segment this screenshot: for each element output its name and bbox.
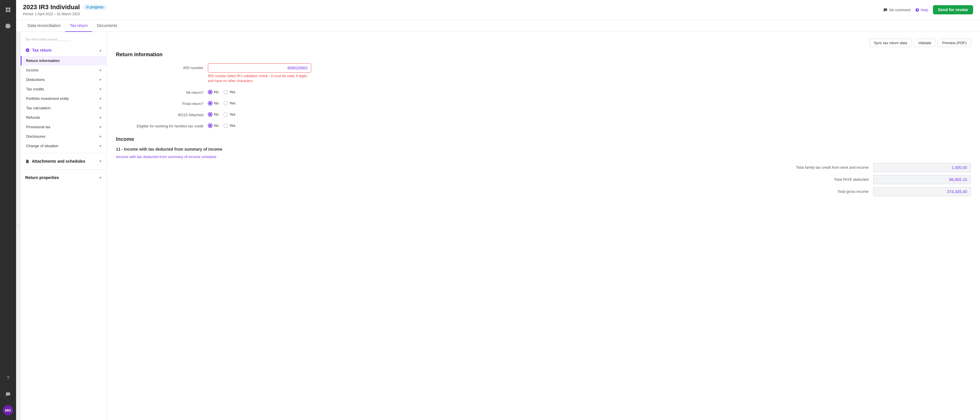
nil-return-yes-radio[interactable] xyxy=(223,90,228,94)
sync-data-button[interactable]: Sync tax return data xyxy=(869,39,912,47)
final-return-yes-radio[interactable] xyxy=(223,101,228,106)
final-return-radio-group: No Yes xyxy=(208,99,311,106)
tax-credits-chevron: ▼ xyxy=(99,87,102,91)
main-action-bar: Sync tax return data Validate Preview (P… xyxy=(116,39,971,47)
top-header: 2023 IR3 Individual In progress Period: … xyxy=(16,0,980,20)
nav-refunds[interactable]: Refunds ▼ xyxy=(21,113,107,122)
divider-2 xyxy=(21,169,107,170)
ir215-label: IR215 Attached xyxy=(116,111,208,117)
working-families-no-radio[interactable] xyxy=(208,124,213,128)
no-comment-button[interactable]: No comment xyxy=(883,8,910,12)
tax-calc-chevron: ▼ xyxy=(99,106,102,110)
final-return-no-radio[interactable] xyxy=(208,101,213,106)
preview-pdf-button[interactable]: Preview (PDF) xyxy=(938,39,971,47)
validate-button[interactable]: Validate xyxy=(914,39,935,47)
tab-tax-return[interactable]: Tax return xyxy=(65,20,92,32)
page-title: 2023 IR3 Individual xyxy=(23,3,80,11)
total-paye-input[interactable] xyxy=(873,175,971,184)
nav-return-information[interactable]: Return information xyxy=(21,56,107,65)
ird-number-row: IRD number IRD number failed IR's valida… xyxy=(116,63,971,84)
chat-icon[interactable] xyxy=(3,389,13,399)
attachments-title: Attachments and schedules xyxy=(32,159,85,163)
svg-rect-0 xyxy=(6,8,8,10)
income-heading: Income xyxy=(116,136,971,142)
nav-income[interactable]: Income ▼ xyxy=(21,65,107,75)
sync-status: Tax return data synced __ __ __ xyxy=(21,36,107,44)
nil-return-yes-label[interactable]: Yes xyxy=(223,90,235,94)
content-area: › Tax return data synced __ __ __ Tax re… xyxy=(16,32,980,420)
nav-provisional-tax[interactable]: Provisional tax ▼ xyxy=(21,122,107,132)
help-circle-icon[interactable]: ? xyxy=(3,373,13,383)
final-return-yes-label[interactable]: Yes xyxy=(223,101,235,106)
nil-return-label: Nil return? xyxy=(116,88,208,95)
document-icon xyxy=(25,159,30,163)
left-panel: Tax return data synced __ __ __ Tax retu… xyxy=(21,32,107,420)
ir215-yes-radio[interactable] xyxy=(223,112,228,117)
ir215-no-label[interactable]: No xyxy=(208,112,219,117)
total-paye-label: Total PAYE deducted xyxy=(116,177,873,182)
total-family-tax-field xyxy=(873,163,971,172)
prov-tax-chevron: ▼ xyxy=(99,125,102,129)
total-family-tax-input[interactable] xyxy=(873,163,971,172)
nil-return-no-radio[interactable] xyxy=(208,90,213,94)
header-title-row: 2023 IR3 Individual In progress xyxy=(23,3,106,11)
svg-rect-1 xyxy=(8,8,10,10)
ir215-radio-group: No Yes xyxy=(208,111,311,117)
sidebar-toggle[interactable]: › xyxy=(16,32,21,420)
total-gross-income-row: Total gross income xyxy=(116,187,971,196)
ird-error-message: IRD number failed IR's validation check … xyxy=(208,74,311,84)
total-family-tax-row: Total family tax credit from work and in… xyxy=(116,163,971,172)
return-properties-header[interactable]: Return properties ▼ xyxy=(21,172,107,183)
final-return-row: Final return? No Yes xyxy=(116,99,971,106)
total-gross-income-input[interactable] xyxy=(873,187,971,196)
working-families-no-label[interactable]: No xyxy=(208,124,219,128)
tax-return-section-header[interactable]: Tax return ▲ xyxy=(21,44,107,56)
nav-deductions[interactable]: Deductions ▼ xyxy=(21,75,107,84)
schedule-link[interactable]: Income with tax deducted from summary of… xyxy=(116,155,216,159)
refunds-chevron: ▼ xyxy=(99,116,102,119)
deductions-chevron: ▼ xyxy=(99,78,102,81)
total-gross-income-field xyxy=(873,187,971,196)
circle-check-icon xyxy=(25,48,30,52)
svg-rect-3 xyxy=(8,10,10,12)
nav-portfolio-investment[interactable]: Portfolio investment entity ▼ xyxy=(21,94,107,103)
return-properties-chevron: ▼ xyxy=(99,176,102,179)
ir215-no-radio[interactable] xyxy=(208,112,213,117)
nav-change-of-situation[interactable]: Change of situation ▼ xyxy=(21,141,107,151)
main-wrapper: 2023 IR3 Individual In progress Period: … xyxy=(16,0,980,420)
return-information-heading: Return information xyxy=(116,52,971,58)
grid-icon[interactable] xyxy=(3,5,13,15)
avatar[interactable]: MO xyxy=(3,405,13,415)
ird-number-input[interactable] xyxy=(208,63,311,73)
help-icon xyxy=(915,8,920,12)
settings-icon[interactable] xyxy=(3,21,13,31)
ird-number-label: IRD number xyxy=(116,63,208,70)
portfolio-chevron: ▼ xyxy=(99,97,102,100)
tab-documents[interactable]: Documents xyxy=(92,20,122,32)
tab-data-reconciliation[interactable]: Data reconciliation xyxy=(23,20,65,32)
total-gross-income-label: Total gross income xyxy=(116,189,873,193)
nil-return-no-label[interactable]: No xyxy=(208,90,219,94)
header-right: No comment Help Send for review xyxy=(883,5,973,14)
nav-tax-calculation[interactable]: Tax calculation ▼ xyxy=(21,103,107,113)
help-button[interactable]: Help xyxy=(915,8,928,12)
nav-disclosures[interactable]: Disclosures ▼ xyxy=(21,132,107,141)
working-families-yes-label[interactable]: Yes xyxy=(223,124,235,128)
send-for-review-button[interactable]: Send for review xyxy=(933,5,973,14)
nav-tax-credits[interactable]: Tax credits ▼ xyxy=(21,84,107,94)
period-text: Period: 1 April 2022 – 31 March 2023 xyxy=(23,12,106,16)
ir215-row: IR215 Attached No Yes xyxy=(116,111,971,117)
section-header-left: Tax return xyxy=(25,48,51,52)
change-situation-chevron: ▼ xyxy=(99,144,102,148)
income-section: Income 11 - Income with tax deducted fro… xyxy=(116,136,971,196)
return-properties-title: Return properties xyxy=(25,175,59,180)
nil-return-radio-group: No Yes xyxy=(208,88,311,94)
comment-icon xyxy=(883,8,888,12)
working-families-label: Eligible for working for families tax cr… xyxy=(116,122,208,128)
ir215-yes-label[interactable]: Yes xyxy=(223,112,235,117)
total-paye-field xyxy=(873,175,971,184)
attachments-section-header[interactable]: Attachments and schedules ▼ xyxy=(21,155,107,167)
final-return-no-label[interactable]: No xyxy=(208,101,219,106)
working-families-yes-radio[interactable] xyxy=(223,124,228,128)
tax-return-chevron: ▲ xyxy=(99,49,102,52)
